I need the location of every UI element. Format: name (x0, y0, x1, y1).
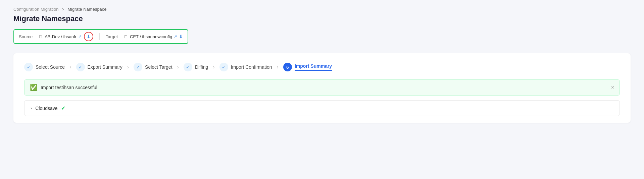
step3-label: Select Target (145, 64, 172, 70)
step4-label: Diffing (195, 64, 208, 70)
step-import-confirmation: ✓ Import Confirmation (219, 63, 272, 71)
step4-check-icon: ✓ (184, 63, 192, 71)
cloudsave-check-icon: ✔ (61, 105, 65, 111)
step2-label: Export Summary (88, 64, 122, 70)
source-target-bar: Source 🗒 AB-Dev / ihsanfr ↗ ⬇ Target 🗒 C… (13, 29, 188, 44)
source-external-link-icon[interactable]: ↗ (78, 34, 82, 39)
breadcrumb-parent[interactable]: Configuration Migration (13, 7, 58, 12)
target-external-link-icon[interactable]: ↗ (174, 34, 177, 39)
step-select-target: ✓ Select Target (134, 63, 172, 71)
step2-check-icon: ✓ (76, 63, 85, 71)
arrow-1: › (69, 64, 71, 70)
breadcrumb-sep: > (62, 7, 64, 12)
arrow-2: › (127, 64, 129, 70)
arrow-3: › (177, 64, 179, 70)
source-file-icon: 🗒 (39, 34, 43, 39)
target-download-icon[interactable]: ⬇ (179, 34, 183, 39)
step1-label: Select Source (36, 64, 65, 70)
source-value: 🗒 AB-Dev / ihsanfr ↗ ⬇ (39, 32, 93, 41)
arrow-4: › (213, 64, 214, 70)
steps-container: ✓ Select Source › ✓ Export Summary › ✓ S… (13, 53, 631, 123)
success-text: Import testihsan successful (41, 85, 97, 90)
step5-label: Import Confirmation (231, 64, 272, 70)
close-banner-button[interactable]: × (611, 84, 614, 91)
target-value: 🗒 CET / ihsannewconfig ↗ ⬇ (124, 34, 183, 39)
divider (99, 33, 100, 40)
target-label: Target (106, 34, 118, 39)
cloudsave-label: Cloudsave (35, 106, 57, 111)
source-download-icon[interactable]: ⬇ (84, 32, 93, 41)
step-select-source: ✓ Select Source (24, 63, 65, 71)
source-text: AB-Dev / ihsanfr (45, 34, 77, 39)
step-export-summary: ✓ Export Summary (76, 63, 122, 71)
cloudsave-row[interactable]: › Cloudsave ✔ (24, 100, 620, 116)
steps-row: ✓ Select Source › ✓ Export Summary › ✓ S… (24, 63, 620, 71)
page-wrapper: Configuration Migration > Migrate Namesp… (0, 0, 644, 179)
page-title: Migrate Namespace (13, 14, 631, 23)
success-check-icon: ✅ (30, 84, 37, 91)
source-label: Source (19, 34, 33, 39)
step1-check-icon: ✓ (24, 63, 33, 71)
success-banner-left: ✅ Import testihsan successful (30, 84, 97, 91)
breadcrumb-current: Migrate Namespace (67, 7, 106, 12)
target-text: CET / ihsannewconfig (130, 34, 172, 39)
breadcrumb: Configuration Migration > Migrate Namesp… (13, 7, 631, 12)
target-file-icon: 🗒 (124, 34, 128, 39)
cloudsave-chevron-icon[interactable]: › (31, 106, 32, 111)
step-diffing: ✓ Diffing (184, 63, 208, 71)
success-banner: ✅ Import testihsan successful × (24, 79, 620, 96)
step-import-summary: 6 Import Summary (283, 63, 332, 71)
step6-num-icon: 6 (283, 63, 292, 71)
step5-check-icon: ✓ (219, 63, 228, 71)
step6-label: Import Summary (295, 63, 332, 71)
arrow-5: › (277, 64, 279, 70)
step3-check-icon: ✓ (134, 63, 142, 71)
